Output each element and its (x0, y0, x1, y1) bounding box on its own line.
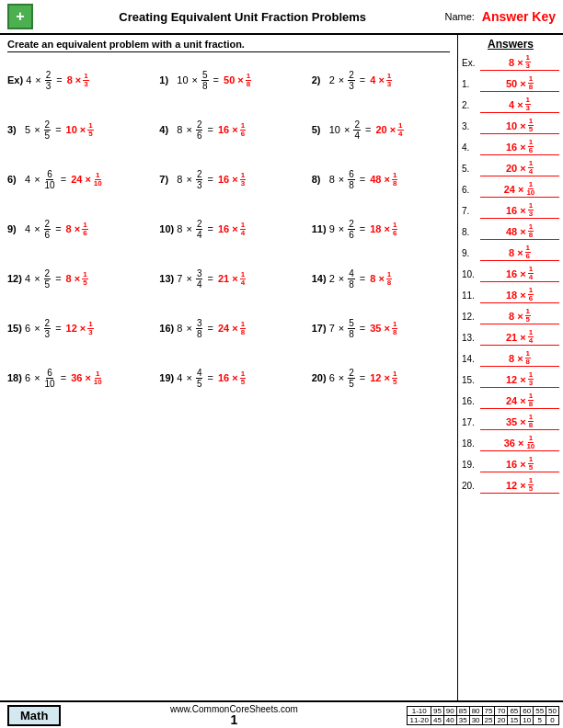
answer-6: 6. 24 ×110 (462, 179, 559, 199)
main-content: Create an equivalent problem with a unit… (0, 35, 563, 700)
row-9-10-11: 9) 4 × 26 = 8 ×16 10) 8 × 24 = 16 ×14 11… (7, 205, 450, 253)
example-problem: Ex) 4 × 23 = 8 ×13 (7, 70, 159, 91)
problem-3: 3) 5 × 25 = 10 ×15 (7, 119, 159, 141)
answer-14: 14. 8 ×18 (462, 348, 559, 369)
problem-8: 8) 8 × 68 = 48 ×18 (312, 169, 450, 190)
problem-2: 2) 2 × 23 = 4 ×13 (312, 70, 450, 91)
page-title: Creating Equivalent Unit Fraction Proble… (40, 10, 444, 24)
header: + Creating Equivalent Unit Fraction Prob… (0, 0, 563, 35)
row-6-7-8: 6) 4 × 610 = 24 ×110 7) 8 × 23 = 16 ×13 … (7, 155, 450, 203)
row-18-19-20: 18) 6 × 610 = 36 ×110 19) 4 × 45 = 16 ×1… (7, 354, 450, 402)
answer-1: 1. 50 ×18 (462, 74, 559, 94)
problem-12: 12) 4 × 25 = 8 ×15 (7, 268, 159, 290)
footer-url: www.CommonCoreSheets.com 1 (61, 704, 407, 727)
problem-14: 14) 2 × 48 = 8 ×18 (312, 268, 450, 290)
problem-17: 17) 7 × 58 = 35 ×18 (312, 318, 450, 339)
answer-17: 17. 35 ×18 (462, 412, 559, 432)
answer-key-label: Answer Key (482, 9, 556, 24)
answer-5: 5. 20 ×14 (462, 158, 559, 178)
answer-13: 13. 21 ×14 (462, 327, 559, 347)
row-12-13-14: 12) 4 × 25 = 8 ×15 13) 7 × 34 = 21 ×14 1… (7, 255, 450, 302)
row-15-16-17: 15) 6 × 23 = 12 ×13 16) 8 × 38 = 24 ×18 … (7, 304, 450, 352)
answer-8: 8. 48 ×18 (462, 222, 559, 242)
answers-title: Answers (462, 38, 559, 51)
problem-6: 6) 4 × 610 = 24 ×110 (7, 169, 159, 190)
problems-grid: Ex) 4 × 23 = 8 ×13 1) 10 × 58 = 50 ×18 2… (7, 56, 450, 402)
problem-9: 9) 4 × 26 = 8 ×16 (7, 219, 159, 240)
problem-15: 15) 6 × 23 = 12 ×13 (7, 318, 159, 339)
math-badge: Math (7, 705, 61, 726)
answer-4: 4. 16 ×16 (462, 137, 559, 157)
problem-19: 19) 4 × 45 = 16 ×15 (159, 368, 311, 389)
answer-2: 2. 4 ×13 (462, 95, 559, 115)
problem-18: 18) 6 × 610 = 36 ×110 (7, 368, 159, 389)
problem-7: 7) 8 × 23 = 16 ×13 (159, 169, 311, 190)
problem-10: 10) 8 × 24 = 16 ×14 (159, 219, 311, 240)
problem-16: 16) 8 × 38 = 24 ×18 (159, 318, 311, 339)
answer-9: 9. 8 ×16 (462, 243, 559, 263)
row-3-4-5: 3) 5 × 25 = 10 ×15 4) 8 × 26 = 16 ×16 5) (7, 106, 450, 154)
answer-3: 3. 10 ×15 (462, 116, 559, 136)
answer-20: 20. 12 ×15 (462, 475, 559, 495)
answer-16: 16. 24 ×18 (462, 391, 559, 411)
page-number: 1 (61, 712, 407, 727)
problem-13: 13) 7 × 34 = 21 ×14 (159, 268, 311, 290)
problem-5: 5) 10 × 24 = 20 ×14 (312, 119, 450, 141)
example-row: Ex) 4 × 23 = 8 ×13 1) 10 × 58 = 50 ×18 2… (7, 56, 450, 104)
problem-11: 11) 9 × 26 = 18 ×16 (312, 219, 450, 240)
footer: Math www.CommonCoreSheets.com 1 1-10 959… (0, 700, 563, 728)
answer-7: 7. 16 ×13 (462, 200, 559, 221)
problem-4: 4) 8 × 26 = 16 ×16 (159, 119, 311, 141)
answer-ex: Ex. 8 ×13 (462, 52, 559, 73)
answer-15: 15. 12 ×13 (462, 370, 559, 390)
ex-label: Ex) (7, 74, 23, 85)
answer-18: 18. 36 ×110 (462, 433, 559, 453)
instruction: Create an equivalent problem with a unit… (7, 39, 450, 52)
problem-1: 1) 10 × 58 = 50 ×18 (159, 70, 311, 91)
answer-panel: Answers Ex. 8 ×13 1. 50 ×18 2. 4 ×13 3. … (457, 35, 563, 700)
name-label: Name: (444, 11, 474, 22)
footer-stats: 1-10 9590858075 7065605550 11-20 4540353… (407, 706, 559, 725)
answer-11: 11. 18 ×16 (462, 285, 559, 305)
answer-12: 12. 8 ×15 (462, 306, 559, 326)
problem-20: 20) 6 × 25 = 12 ×15 (312, 368, 450, 389)
problems-area: Create an equivalent problem with a unit… (0, 35, 457, 700)
logo-icon: + (7, 4, 33, 29)
answer-10: 10. 16 ×14 (462, 264, 559, 284)
answer-19: 19. 16 ×15 (462, 454, 559, 474)
